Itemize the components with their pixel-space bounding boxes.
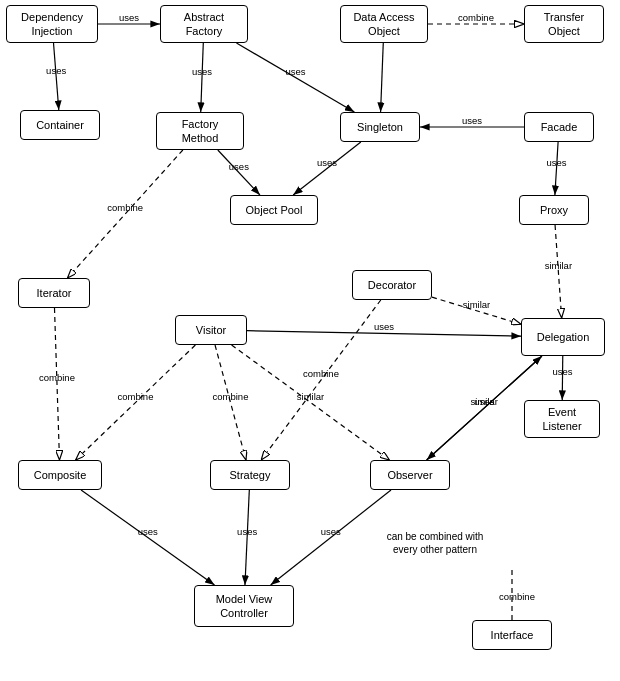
svg-line-20 xyxy=(293,142,361,195)
svg-text:uses: uses xyxy=(552,366,572,377)
svg-text:similar: similar xyxy=(545,260,572,271)
svg-text:uses: uses xyxy=(285,66,305,77)
svg-text:similar: similar xyxy=(463,299,490,310)
svg-text:uses: uses xyxy=(138,526,158,537)
svg-text:combine: combine xyxy=(499,591,535,602)
svg-line-18 xyxy=(218,150,260,195)
facade-node: Facade xyxy=(524,112,594,142)
svg-text:uses: uses xyxy=(46,65,66,76)
factory-method-node: Factory Method xyxy=(156,112,244,150)
decorator-node: Decorator xyxy=(352,270,432,300)
svg-line-30 xyxy=(562,356,563,400)
svg-line-48 xyxy=(245,490,249,585)
dependency-injection-node: Dependency Injection xyxy=(6,5,98,43)
svg-text:combine: combine xyxy=(303,368,339,379)
svg-text:combine: combine xyxy=(118,391,154,402)
svg-text:uses: uses xyxy=(229,161,249,172)
svg-text:uses: uses xyxy=(192,66,212,77)
svg-line-22 xyxy=(68,150,183,278)
svg-line-46 xyxy=(81,490,214,585)
singleton-node: Singleton xyxy=(340,112,420,142)
svg-text:combine: combine xyxy=(39,372,75,383)
transfer-object-node: Transfer Object xyxy=(524,5,604,43)
data-access-object-node: Data Access Object xyxy=(340,5,428,43)
svg-text:combine: combine xyxy=(107,202,143,213)
iterator-node: Iterator xyxy=(18,278,90,308)
diagram-container: can be combined withevery other patternu… xyxy=(0,0,620,681)
observer-node: Observer xyxy=(370,460,450,490)
container-node: Container xyxy=(20,110,100,140)
visitor-node: Visitor xyxy=(175,315,247,345)
interface-node: Interface xyxy=(472,620,552,650)
proxy-node: Proxy xyxy=(519,195,589,225)
event-listener-node: Event Listener xyxy=(524,400,600,438)
svg-text:uses: uses xyxy=(474,396,494,407)
svg-line-50 xyxy=(271,490,391,585)
svg-line-16 xyxy=(555,142,558,195)
svg-line-32 xyxy=(54,308,59,460)
svg-line-24 xyxy=(555,225,562,318)
svg-line-44 xyxy=(232,345,390,460)
svg-text:combine: combine xyxy=(213,391,249,402)
svg-line-36 xyxy=(215,345,246,460)
svg-text:similar: similar xyxy=(297,391,324,402)
svg-text:uses: uses xyxy=(374,321,394,332)
svg-line-9 xyxy=(201,43,204,112)
abstract-factory-node: Abstract Factory xyxy=(160,5,248,43)
strategy-node: Strategy xyxy=(210,460,290,490)
svg-text:uses: uses xyxy=(546,157,566,168)
svg-line-13 xyxy=(381,43,384,112)
svg-line-38 xyxy=(261,300,381,460)
delegation-node: Delegation xyxy=(521,318,605,356)
svg-text:can be combined withevery othe: can be combined withevery other pattern xyxy=(387,531,484,555)
svg-line-7 xyxy=(54,43,59,110)
svg-text:uses: uses xyxy=(317,157,337,168)
svg-text:uses: uses xyxy=(321,526,341,537)
svg-text:uses: uses xyxy=(119,12,139,23)
object-pool-node: Object Pool xyxy=(230,195,318,225)
svg-line-11 xyxy=(236,43,354,112)
svg-text:uses: uses xyxy=(237,526,257,537)
svg-line-34 xyxy=(76,345,196,460)
svg-text:combine: combine xyxy=(458,12,494,23)
svg-text:uses: uses xyxy=(462,115,482,126)
composite-node: Composite xyxy=(18,460,102,490)
model-view-controller-node: Model View Controller xyxy=(194,585,294,627)
